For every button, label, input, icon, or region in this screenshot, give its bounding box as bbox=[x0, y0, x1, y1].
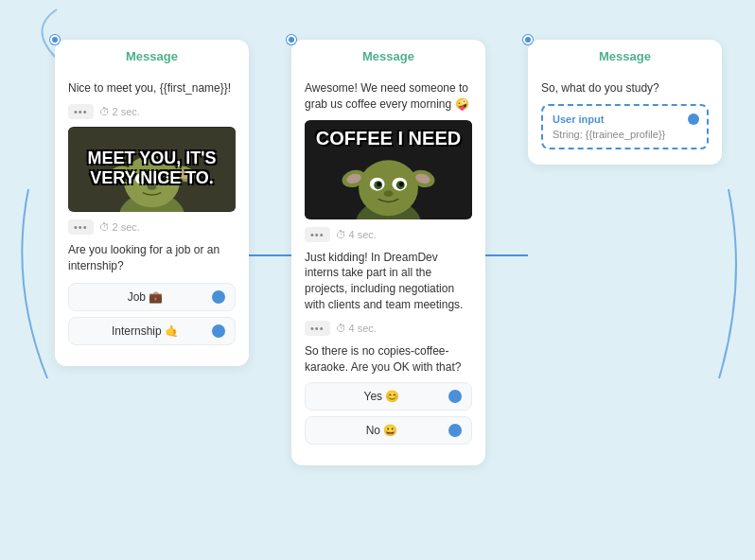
card-1-timer-2: ••• ⏱ 2 sec. bbox=[68, 219, 236, 235]
clock-icon-3: ⏱ bbox=[336, 229, 346, 240]
card-2-timer-text-2: ⏱ 4 sec. bbox=[336, 323, 377, 334]
svg-point-25 bbox=[377, 182, 381, 186]
user-input-value: String: {{trainee_profile}} bbox=[553, 129, 697, 140]
card-2-dots-btn-2[interactable]: ••• bbox=[305, 321, 330, 336]
card-1-choice-internship[interactable]: Internship 🤙 bbox=[68, 317, 236, 345]
clock-icon-4: ⏱ bbox=[336, 323, 346, 334]
choice-dot-job bbox=[212, 290, 225, 304]
card-1: Message Nice to meet you, {{first_name}}… bbox=[55, 40, 249, 366]
choice-dot-no bbox=[448, 424, 462, 437]
card-2-dot bbox=[287, 35, 296, 44]
card-2-timer-1: ••• ⏱ 4 sec. bbox=[305, 227, 472, 242]
card-1-message: Nice to meet you, {{first_name}}! bbox=[68, 80, 236, 96]
card-2-timer-text-1: ⏱ 4 sec. bbox=[336, 229, 377, 240]
card-2-message-2: Just kidding! In DreamDev interns take p… bbox=[305, 250, 472, 313]
card-1-dots-btn-2[interactable]: ••• bbox=[68, 219, 94, 235]
svg-point-26 bbox=[399, 182, 404, 186]
card-1-choice-job[interactable]: Job 💼 bbox=[68, 283, 236, 311]
card-2-message-1: Awesome! We need someone to grab us coff… bbox=[305, 80, 472, 113]
card-2-header: Message bbox=[291, 40, 485, 71]
card-1-header: Message bbox=[55, 40, 249, 71]
card-1-dots-btn-1[interactable]: ••• bbox=[68, 104, 94, 119]
card-3-message: So, what do you study? bbox=[541, 80, 709, 96]
clock-icon-1: ⏱ bbox=[99, 106, 110, 117]
card-1-timer-1: ••• ⏱ 2 sec. bbox=[68, 104, 236, 119]
card-2-meme: COFFEE I NEED bbox=[305, 120, 472, 219]
choice-dot-yes bbox=[448, 390, 462, 403]
svg-point-27 bbox=[384, 190, 394, 197]
clock-icon-2: ⏱ bbox=[99, 221, 110, 233]
canvas: Message Nice to meet you, {{first_name}}… bbox=[0, 0, 755, 560]
user-input-indicator bbox=[688, 114, 699, 125]
choice-dot-internship bbox=[212, 324, 225, 338]
card-2-choice-yes[interactable]: Yes 😊 bbox=[305, 382, 472, 411]
card-3: Message So, what do you study? User inpu… bbox=[528, 40, 722, 165]
user-input-label: User input bbox=[553, 114, 697, 125]
card-2-timer-2: ••• ⏱ 4 sec. bbox=[305, 321, 472, 336]
card-2-meme-text: COFFEE I NEED bbox=[305, 128, 472, 149]
card-1-timer-text-2: ⏱ 2 sec. bbox=[99, 221, 140, 233]
card-1-meme-text: MEET YOU, IT'S VERY NICE TO. bbox=[77, 149, 227, 189]
card-1-timer-text-1: ⏱ 2 sec. bbox=[99, 106, 140, 117]
card-2: Message Awesome! We need someone to grab… bbox=[291, 40, 485, 465]
card-3-dot bbox=[523, 35, 533, 44]
card-3-header: Message bbox=[528, 40, 722, 71]
card-1-meme: MEET YOU, IT'S VERY NICE TO. bbox=[68, 127, 236, 212]
card-2-message-3: So there is no copies-coffee-karaoke. Ar… bbox=[305, 343, 472, 376]
user-input-box: User input String: {{trainee_profile}} bbox=[541, 104, 709, 149]
card-1-question: Are you looking for a job or an internsh… bbox=[68, 242, 236, 274]
card-1-dot bbox=[50, 35, 60, 44]
card-2-choice-no[interactable]: No 😀 bbox=[305, 416, 472, 445]
card-2-dots-btn-1[interactable]: ••• bbox=[305, 227, 330, 242]
svg-point-16 bbox=[359, 160, 418, 216]
